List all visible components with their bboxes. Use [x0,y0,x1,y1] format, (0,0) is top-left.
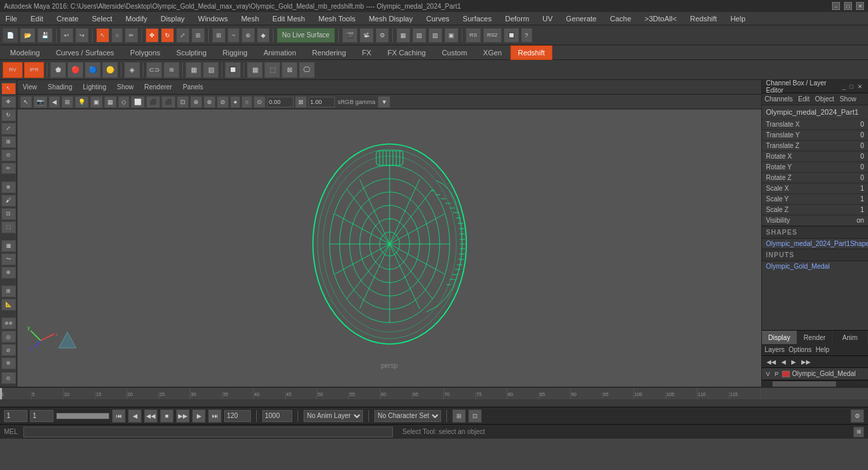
wf-tab-fx[interactable]: FX [355,45,379,60]
layer-ctrl-back[interactable]: ◀ [779,359,788,365]
tb-redo[interactable]: ↪ [75,28,89,43]
lt-show-manip[interactable]: ⊕ [1,181,16,193]
vp-btn-extra3[interactable]: ⊘ [217,96,229,108]
pb-step-back[interactable]: ◀ [128,409,141,423]
vp-btn-wireframe[interactable]: ⬜ [131,96,145,108]
vp-btn-camera[interactable]: 📷 [33,96,47,108]
playback-end-input[interactable] [262,410,292,422]
tb-rotate[interactable]: ↻ [161,28,174,43]
range-start-input[interactable] [30,410,53,422]
wf-tab-rendering[interactable]: Rendering [305,45,354,60]
pb-stop[interactable]: ■ [160,409,173,423]
menu-3dtoall[interactable]: >3DtoAll< [642,13,679,24]
maximize-button[interactable]: □ [844,2,852,10]
tb-extra4[interactable]: ▣ [444,28,458,43]
vp-btn-extra6[interactable]: ⊙ [254,96,266,108]
menu-redshift[interactable]: Redshift [687,13,719,24]
tb-no-live-surface[interactable]: No Live Surface [277,28,335,43]
menu-edit[interactable]: Edit [28,13,46,24]
vp-menu-renderer[interactable]: Renderer [141,82,175,92]
shelf-btn-ipr[interactable]: IPR [24,62,44,78]
pb-step-back-start[interactable]: ⏮ [112,409,125,423]
cb-row-ty[interactable]: Translate Y 0 [762,130,868,141]
cb-close[interactable]: ✕ [856,83,864,90]
vp-btn-extra2[interactable]: ⊗ [203,96,215,108]
shelf-btn-9[interactable]: ▧ [203,62,219,78]
layer-ctrl-next[interactable]: ▶▶ [799,359,813,365]
lt-measure[interactable]: 📐 [1,299,16,311]
close-button[interactable]: ✕ [856,2,864,10]
menu-edit-mesh[interactable]: Edit Mesh [270,13,308,24]
canvas-3d[interactable]: x y z persp [17,109,761,372]
cb-row-rx[interactable]: Rotate X 0 [762,151,868,162]
tb-extra5[interactable]: RS [466,28,481,43]
dr-tab-render[interactable]: Render [797,331,833,344]
vp-btn-iso[interactable]: ◇ [118,96,129,108]
layer-p[interactable]: P [773,371,780,377]
vp-btn-display-mode[interactable]: ▦ [104,96,117,108]
cb-row-vis[interactable]: Visibility on [762,215,868,226]
menu-cache[interactable]: Cache [607,13,634,24]
shelf-btn-11[interactable]: ▦ [247,62,263,78]
tb-snap-curve[interactable]: ~ [228,28,239,43]
vp-btn-extra4[interactable]: ● [230,96,240,108]
menu-mesh-display[interactable]: Mesh Display [366,13,416,24]
shelf-btn-7[interactable]: ≋ [163,62,179,78]
tb-undo[interactable]: ↩ [60,28,73,43]
tb-open[interactable]: 📂 [20,28,35,43]
vp-btn-extra5[interactable]: ○ [242,96,252,108]
tb-extra7[interactable]: 🔲 [504,28,519,43]
vp-btn-extra1[interactable]: ⊕ [190,96,202,108]
tb-snap-surface[interactable]: ◆ [257,28,270,43]
shelf-btn-13[interactable]: ⊠ [282,62,298,78]
cb-menu-edit[interactable]: Edit [798,95,809,103]
vp-btn-prev-frame[interactable]: ◀ [49,96,60,108]
cb-row-ry[interactable]: Rotate Y 0 [762,162,868,173]
lt-scale[interactable]: ⤢ [1,123,16,135]
cb-row-tz[interactable]: Translate Z 0 [762,141,868,151]
lt-grid-extra[interactable]: ⊞ [1,285,16,297]
vp-menu-panels[interactable]: Panels [180,82,206,92]
tb-select-tool[interactable]: ↖ [96,28,109,43]
pb-extra1[interactable]: ⊞ [452,409,466,423]
pb-step-fwd[interactable]: ▶ [192,409,205,423]
menu-display[interactable]: Display [158,13,187,24]
vp-input-val2[interactable]: 1.00 [308,97,335,107]
lt-snap-point[interactable]: ⊕ [1,267,16,279]
wf-tab-animation[interactable]: Animation [256,45,304,60]
cb-input-name[interactable]: Olympic_Gold_Medal [762,261,868,271]
menu-deform[interactable]: Deform [502,13,532,24]
wf-tab-fxcaching[interactable]: FX Caching [380,45,433,60]
wf-tab-redshift[interactable]: Redshift [510,45,552,60]
wf-tab-rigging[interactable]: Rigging [215,45,255,60]
tb-extra2[interactable]: ▧ [412,28,426,43]
wf-tab-curves[interactable]: Curves / Surfaces [49,45,121,60]
tb-extra1[interactable]: ▦ [396,28,410,43]
lt-rotate[interactable]: ↻ [1,109,16,121]
menu-surfaces[interactable]: Surfaces [460,13,494,24]
pb-step-fwd-end[interactable]: ⏭ [208,409,222,423]
lt-bottom[interactable]: ⊙ [1,372,16,384]
shelf-btn-1[interactable]: ⬟ [50,62,66,78]
tb-scale[interactable]: ⤢ [176,28,189,43]
menu-generate[interactable]: Generate [563,13,599,24]
menu-select[interactable]: Select [89,13,115,24]
shelf-btn-8[interactable]: ▦ [185,62,201,78]
tb-move[interactable]: ✥ [145,28,159,43]
vp-btn-shadows[interactable]: ▣ [90,96,103,108]
range-end-input[interactable] [224,410,251,422]
lt-sculpt[interactable]: ✏ [1,163,16,175]
shelf-btn-10[interactable]: 🔲 [225,62,241,78]
lt-extra2[interactable]: ⬚ [1,221,16,233]
menu-modify[interactable]: Modify [123,13,149,24]
cb-minimize[interactable]: _ [841,83,847,90]
minimize-button[interactable]: – [832,2,840,10]
shelf-btn-6[interactable]: ⊂⊃ [146,62,162,78]
tb-universal[interactable]: ⊞ [191,28,205,43]
lt-universal[interactable]: ⊞ [1,136,16,148]
pb-play-fwd[interactable]: ▶▶ [176,409,189,423]
char-set-select[interactable]: No Character Set [374,410,441,422]
dr-tab-anim[interactable]: Anim [833,331,868,344]
pb-extra2[interactable]: ⊡ [468,409,482,423]
layer-ctrl-prev[interactable]: ◀◀ [765,359,778,365]
